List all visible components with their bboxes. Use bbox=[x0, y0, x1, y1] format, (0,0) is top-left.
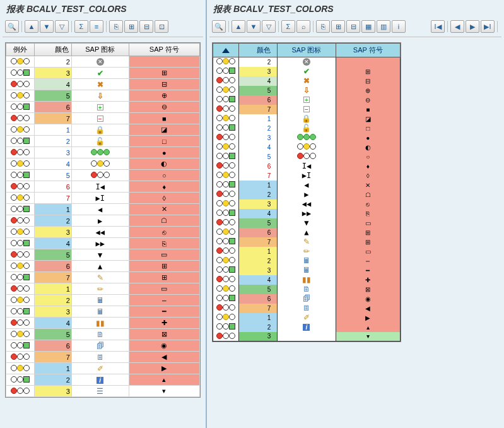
symbol-cell: ━ bbox=[336, 266, 400, 275]
table-row[interactable]: 5▼▭ bbox=[6, 249, 200, 261]
exception-cell bbox=[213, 256, 239, 266]
table-row[interactable]: 3✔⊞ bbox=[213, 67, 401, 76]
table-row[interactable]: 1◀✕ bbox=[213, 181, 401, 190]
table-row[interactable]: 7✎⊞ bbox=[213, 237, 401, 247]
table-row[interactable]: 1✐▶ bbox=[213, 313, 401, 323]
table-row[interactable]: 6▲⊞ bbox=[6, 261, 200, 272]
prev-button[interactable]: ◀ bbox=[450, 20, 464, 33]
hdr-icon[interactable]: SAP 图标 bbox=[278, 44, 336, 57]
table-row[interactable]: 5⇩⊕ bbox=[213, 86, 401, 95]
hdr-color[interactable]: 颜色 bbox=[238, 44, 277, 57]
table-row[interactable]: 4◐ bbox=[213, 143, 401, 152]
table-row[interactable]: 5🗎⊠ bbox=[6, 329, 200, 340]
table-row[interactable]: 5○ bbox=[213, 152, 401, 162]
table-row[interactable]: 6▲⊞ bbox=[213, 228, 401, 237]
hdr-symbol[interactable]: SAP 符号 bbox=[336, 44, 400, 57]
table-row[interactable]: 6+⊖ bbox=[6, 102, 200, 113]
table-row[interactable]: 4▮▮✚ bbox=[213, 275, 401, 285]
table-row[interactable]: 1🔒◪ bbox=[6, 124, 200, 136]
table-row[interactable]: 3◀◀⎋ bbox=[6, 227, 200, 238]
table-row[interactable]: 6+⊖ bbox=[213, 95, 401, 105]
hdr-symbol[interactable]: SAP 符号 bbox=[129, 44, 199, 56]
table-row[interactable]: 7✎⊞ bbox=[6, 272, 200, 283]
table-row[interactable]: 2✕ bbox=[6, 56, 200, 68]
excel-button[interactable]: ⊞ bbox=[124, 20, 138, 33]
table-row[interactable]: 7▶I◊ bbox=[6, 193, 200, 204]
table-row[interactable]: 2✕ bbox=[213, 57, 401, 67]
save-variant-button[interactable]: ⊡ bbox=[155, 20, 168, 33]
table-row[interactable]: 2🖩⎼ bbox=[6, 295, 200, 306]
table-row[interactable]: 1✏▭ bbox=[213, 247, 401, 256]
table-row[interactable]: 2i▴ bbox=[213, 323, 401, 332]
table-row[interactable]: 3☰▾ bbox=[6, 386, 200, 397]
find-button[interactable]: ⌕ bbox=[296, 20, 310, 33]
table-row[interactable]: 5🗎⊠ bbox=[213, 285, 401, 294]
details-button[interactable]: 🔍 bbox=[212, 20, 226, 33]
first-button[interactable]: I◀ bbox=[431, 20, 445, 33]
table-row[interactable]: 6I◀♦ bbox=[213, 162, 401, 171]
table-row[interactable]: 3🖩━ bbox=[6, 306, 200, 318]
hdr-color[interactable]: 颜色 bbox=[35, 44, 71, 56]
table-row[interactable]: 1🔒◪ bbox=[213, 114, 401, 124]
grid2-button[interactable]: ▥ bbox=[377, 20, 390, 33]
hdr-exception[interactable] bbox=[213, 44, 239, 57]
table-row[interactable]: 3◀◀⎋ bbox=[213, 199, 401, 209]
subtotal-button[interactable]: ≡ bbox=[90, 20, 103, 33]
hdr-exception[interactable]: 例外 bbox=[6, 44, 35, 56]
grid-button[interactable]: ▦ bbox=[361, 20, 375, 33]
table-row[interactable]: 3● bbox=[6, 147, 200, 158]
sort-asc-button[interactable]: ▲ bbox=[25, 20, 38, 33]
sort-asc-button[interactable]: ▲ bbox=[231, 20, 245, 33]
sort-desc-button[interactable]: ▼ bbox=[247, 20, 261, 33]
table-row[interactable]: 4✖⊟ bbox=[6, 79, 200, 90]
table-row[interactable]: 7−■ bbox=[6, 113, 200, 124]
excel-button[interactable]: ⊞ bbox=[331, 20, 345, 33]
table-row[interactable]: 1✏▭ bbox=[6, 283, 200, 295]
traffic-light-icon bbox=[216, 314, 235, 320]
hdr-icon[interactable]: SAP 图标 bbox=[71, 44, 129, 56]
table-row[interactable]: 2🖩⎼ bbox=[213, 256, 401, 266]
table-row[interactable]: 7▶I◊ bbox=[213, 171, 401, 181]
sum-button[interactable]: Σ bbox=[281, 20, 295, 33]
table-row[interactable]: 3▾ bbox=[213, 332, 401, 342]
filter-button[interactable]: ▽ bbox=[262, 20, 276, 33]
traffic-light-icon bbox=[11, 149, 30, 155]
table-row[interactable]: 4✖⊟ bbox=[213, 76, 401, 86]
table-row[interactable]: 6🗐◉ bbox=[213, 294, 401, 304]
table-row[interactable]: 4▶▶⎘ bbox=[6, 238, 200, 249]
table-row[interactable]: 5○ bbox=[6, 170, 200, 181]
table-row[interactable]: 2🔓□ bbox=[213, 124, 401, 133]
table-row[interactable]: 6🗐◉ bbox=[6, 340, 200, 352]
info-button[interactable]: i bbox=[392, 20, 406, 33]
filter-button[interactable]: ▽ bbox=[55, 20, 69, 33]
table-row[interactable]: 2▶☖ bbox=[213, 190, 401, 199]
table-row[interactable]: 3🖩━ bbox=[213, 266, 401, 275]
export-button[interactable]: ⎘ bbox=[316, 20, 330, 33]
next-button[interactable]: ▶ bbox=[466, 20, 479, 33]
table-row[interactable]: 5▼▭ bbox=[213, 218, 401, 228]
table-row[interactable]: 4▶▶⎘ bbox=[213, 209, 401, 218]
table-row[interactable]: 3● bbox=[213, 133, 401, 143]
table-row[interactable]: 4◐ bbox=[6, 158, 200, 170]
table-row[interactable]: 5⇩⊕ bbox=[6, 90, 200, 102]
table-row[interactable]: 7🗏◀ bbox=[6, 352, 200, 363]
table-row[interactable]: 6I◀♦ bbox=[6, 181, 200, 193]
table-row[interactable]: 2i▴ bbox=[6, 374, 200, 386]
layout-button[interactable]: ⊟ bbox=[139, 20, 153, 33]
export-button[interactable]: ⎘ bbox=[109, 20, 123, 33]
table-row[interactable]: 1◀✕ bbox=[6, 204, 200, 215]
table-row[interactable]: 1✐▶ bbox=[6, 363, 200, 374]
table-row[interactable]: 2🔓□ bbox=[6, 136, 200, 147]
table-row[interactable]: 3✔⊞ bbox=[6, 68, 200, 79]
last-button[interactable]: ▶I bbox=[481, 20, 495, 33]
table-row[interactable]: 2▶☖ bbox=[6, 215, 200, 227]
unlock-icon: 🔓 bbox=[95, 138, 105, 145]
table-row[interactable]: 7−■ bbox=[213, 105, 401, 114]
sort-desc-button[interactable]: ▼ bbox=[40, 20, 54, 33]
color-cell: 2 bbox=[238, 57, 277, 67]
layout-button[interactable]: ⊟ bbox=[346, 20, 360, 33]
details-button[interactable]: 🔍 bbox=[5, 20, 19, 33]
table-row[interactable]: 4▮▮✚ bbox=[6, 318, 200, 329]
table-row[interactable]: 7🗏◀ bbox=[213, 304, 401, 313]
sum-button[interactable]: Σ bbox=[74, 20, 88, 33]
